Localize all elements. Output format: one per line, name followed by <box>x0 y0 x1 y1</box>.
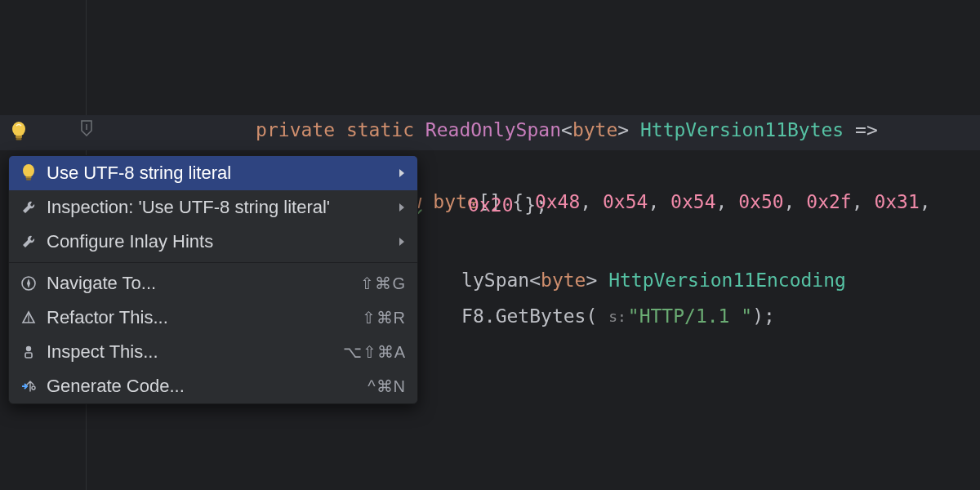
action-label: Generate Code... <box>47 376 368 397</box>
chevron-right-icon <box>398 202 406 213</box>
gutter-fold-icon[interactable] <box>80 119 93 137</box>
text: F8 <box>461 305 484 327</box>
action-use-utf8-string-literal[interactable]: Use UTF-8 string literal <box>9 156 417 190</box>
action-label: Use UTF-8 string literal <box>47 163 406 184</box>
action-inspect-this[interactable]: Inspect This... ⌥⇧⌘A <box>9 335 417 369</box>
generate-icon <box>20 378 42 394</box>
param-hint: s: <box>608 299 626 334</box>
svg-rect-12 <box>25 353 32 358</box>
method-name: GetBytes <box>496 305 586 327</box>
hex-literal: 0x31 <box>874 191 919 212</box>
action-refactor-this[interactable]: Refactor This... ⇧⌘R <box>9 301 417 335</box>
shortcut: ⇧⌘R <box>362 308 406 327</box>
code-editor[interactable]: private static ReadOnlySpan<byte> HttpVe… <box>0 0 980 490</box>
hex-literal: 0x50 <box>738 191 783 212</box>
wrench-icon <box>20 234 42 250</box>
prism-icon <box>20 310 42 326</box>
intention-actions-popup: Use UTF-8 string literal Inspection: 'Us… <box>8 155 418 404</box>
string-literal: "HTTP/1.1 " <box>628 305 752 327</box>
svg-rect-8 <box>26 179 31 180</box>
svg-rect-7 <box>26 176 32 179</box>
shortcut: ^⌘N <box>368 376 406 396</box>
compass-icon <box>20 275 42 292</box>
svg-point-11 <box>26 346 31 351</box>
hex-literal: 0x20 <box>468 194 513 216</box>
wrench-icon <box>20 199 42 216</box>
action-generate-code[interactable]: Generate Code... ^⌘N <box>9 369 417 403</box>
action-label: Navigate To... <box>47 273 360 294</box>
chevron-right-icon <box>398 167 406 179</box>
menu-separator <box>9 262 417 263</box>
svg-point-6 <box>23 164 34 177</box>
shortcut: ⇧⌘G <box>360 274 406 293</box>
hex-literal: 0x54 <box>670 191 715 212</box>
chevron-right-icon <box>398 236 406 247</box>
action-label: Inspect This... <box>47 341 343 363</box>
hex-literal: 0x54 <box>603 191 648 212</box>
hex-literal: 0x2f <box>806 191 851 212</box>
action-inspection-utf8[interactable]: Inspection: 'Use UTF-8 string literal' <box>9 190 417 225</box>
action-navigate-to[interactable]: Navigate To... ⇧⌘G <box>9 266 417 301</box>
shortcut: ⌥⇧⌘A <box>343 342 406 362</box>
text: ); <box>752 305 775 327</box>
action-label: Refactor This... <box>47 307 362 328</box>
inspect-icon <box>20 344 42 360</box>
action-label: Configure Inlay Hints <box>47 231 406 252</box>
bulb-icon <box>20 163 42 183</box>
action-configure-inlay-hints[interactable]: Configure Inlay Hints <box>9 225 417 259</box>
svg-point-13 <box>32 386 35 390</box>
action-label: Inspection: 'Use UTF-8 string literal' <box>47 197 406 218</box>
